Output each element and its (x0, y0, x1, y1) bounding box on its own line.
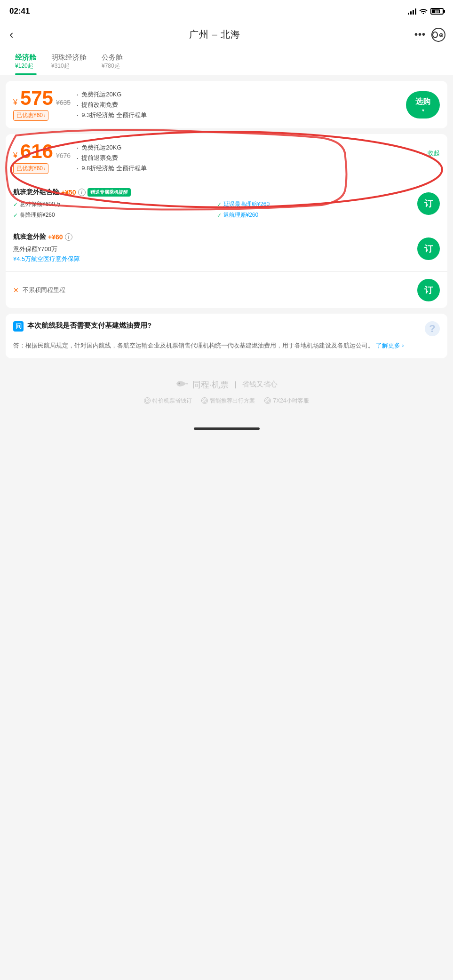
insurance-details-1: ✓ 意外保额¥600万 ✓ 延误最高理赔¥260 ✓ 备降理赔¥260 (13, 200, 417, 219)
home-indicator (0, 420, 453, 437)
collapse-button[interactable]: 收起 (428, 149, 440, 158)
status-time: 02:41 (9, 7, 30, 16)
no-miles-text: 不累积同程里程 (23, 286, 65, 294)
header: ‹ 广州 – 北海 ••• (0, 21, 453, 49)
svg-point-3 (179, 382, 180, 384)
price-amount-2: 616 (20, 142, 53, 161)
check-icon: ✓ (217, 212, 222, 219)
faq-learn-more[interactable]: 了解更多 › (376, 342, 404, 349)
price-original-2: ¥676 (56, 152, 71, 159)
svg-point-5 (203, 399, 207, 403)
back-button[interactable]: ‹ (8, 25, 16, 44)
insurance-line1-2: 意外保额¥700万 (13, 245, 417, 253)
insurance-detail-1-2: ✓ 备降理赔¥260 (13, 211, 214, 219)
faq-section: 问 本次航线我是否需要支付基建燃油费用? ? 答：根据民航局规定，针对国内航线，… (6, 314, 447, 358)
subscribe-btn-2[interactable]: 订 (417, 237, 440, 260)
insurance-item-1: 航班意外组合险 +¥50 i 赠送专属乘机提醒 ✓ 意外保额¥600万 (6, 182, 447, 226)
price-currency-1: ¥ (13, 98, 17, 107)
status-bar: 02:41 80 (0, 0, 453, 21)
collapse-icon[interactable]: ↑ (437, 159, 440, 166)
footer-branding: 同程·机票 | 省钱又省心 特价机票省钱订 (6, 364, 447, 414)
footer-slogan: 省钱又省心 (242, 380, 278, 389)
feature-1-2: 9.3折经济舱 全额行程单 (76, 110, 400, 120)
discount-badge-1: 已优惠¥60 › (13, 110, 48, 121)
footer-feature-2: 7X24小时客服 (264, 397, 309, 405)
gift-badge-1: 赠送专属乘机提醒 (87, 188, 131, 197)
page-title: 广州 – 北海 (189, 28, 240, 41)
tab-business-price: ¥780起 (102, 62, 123, 70)
faq-question-text: 本次航线我是否需要支付基建燃油费用? (27, 321, 421, 330)
check-circle-icon (202, 398, 207, 403)
insurance-line2-2: ¥4.5万航空医疗意外保障 (13, 255, 417, 263)
insurance-section: 航班意外组合险 +¥50 i 赠送专属乘机提醒 ✓ 意外保额¥600万 (6, 182, 447, 308)
camera-button[interactable] (431, 28, 445, 42)
signal-icon (408, 8, 416, 15)
tab-economy-label: 经济舱 (15, 53, 36, 62)
battery-icon: 80 (430, 8, 444, 15)
price-amount-1: 575 (20, 88, 53, 108)
svg-point-6 (266, 399, 270, 403)
price-original-1: ¥635 (56, 99, 71, 106)
faq-question-icon: 问 (13, 321, 24, 332)
insurance-info-icon-1[interactable]: i (78, 189, 86, 196)
check-icon: ✓ (13, 212, 18, 219)
price-left-1: ¥ 575 ¥635 已优惠¥60 › (13, 88, 71, 121)
svg-point-4 (145, 399, 149, 403)
price-main-1: ¥ 575 ¥635 (13, 88, 71, 108)
price-features-1: 免费托运20KG 提前改期免费 9.3折经济舱 全额行程单 (71, 89, 406, 120)
price-features-2: 免费托运20KG 提前退票免费 9.8折经济舱 全额行程单 (71, 142, 428, 174)
feature-2-2: 9.8折经济舱 全额行程单 (76, 163, 422, 174)
check-icon: ✓ (217, 201, 222, 208)
tab-pearl-economy[interactable]: 明珠经济舱 ¥310起 (44, 49, 94, 75)
feature-2-1: 提前退票免费 (76, 153, 422, 163)
tab-pearl-label: 明珠经济舱 (51, 53, 87, 62)
footer-logo-icon (175, 378, 189, 391)
footer-features: 特价机票省钱订 智能推荐出行方案 7X24小时客 (15, 397, 438, 405)
subscribe-btn-3[interactable]: 订 (417, 279, 440, 301)
status-icons: 80 (408, 8, 444, 16)
tab-pearl-price: ¥310起 (51, 62, 87, 70)
subscribe-btn-1[interactable]: 订 (417, 192, 440, 215)
tab-business[interactable]: 公务舱 ¥780起 (94, 49, 130, 75)
no-miles-section: ✕ 不累积同程里程 订 (6, 272, 447, 308)
footer-feature-0: 特价机票省钱订 (144, 397, 192, 405)
price-main-2: ¥ 616 ¥676 (13, 142, 71, 161)
tab-economy[interactable]: 经济舱 ¥120起 (8, 49, 44, 75)
insurance-title-2: 航班意外险 +¥60 i (13, 233, 72, 241)
tab-economy-price: ¥120起 (15, 62, 36, 70)
camera-icon (438, 32, 445, 38)
insurance-price-2: +¥60 (48, 233, 63, 241)
insurance-info-icon-2[interactable]: i (65, 233, 72, 241)
footer-logo-text: 同程·机票 (192, 379, 229, 390)
price-left-2: ¥ 616 ¥676 已优惠¥60 › (13, 142, 71, 174)
footer-divider: | (234, 380, 236, 389)
price-currency-2: ¥ (13, 151, 17, 160)
check-circle-icon (145, 398, 150, 403)
tab-business-label: 公务舱 (102, 53, 123, 62)
more-button[interactable]: ••• (414, 29, 426, 40)
faq-question: 问 本次航线我是否需要支付基建燃油费用? ? (13, 321, 440, 336)
svg-point-1 (441, 34, 442, 36)
footer-feature-1: 智能推荐出行方案 (201, 397, 255, 405)
insurance-detail-1-3: ✓ 返航理赔¥260 (217, 211, 418, 219)
fish-icon (175, 379, 189, 388)
feature-1-1: 提前改期免费 (76, 100, 400, 110)
insurance-price-1: +¥50 (61, 189, 76, 196)
feature-2-0: 免费托运20KG (76, 142, 422, 153)
check-icon: ✓ (13, 201, 18, 208)
home-bar (194, 427, 260, 430)
footer-logo: 同程·机票 | 省钱又省心 (15, 378, 438, 391)
x-icon: ✕ (13, 286, 19, 294)
insurance-title-1: 航班意外组合险 +¥50 i 赠送专属乘机提醒 (13, 188, 131, 197)
faq-num-icon: ? (425, 321, 440, 336)
discount-badge-2: 已优惠¥60 › (13, 163, 48, 174)
faq-answer: 答：根据民航局规定，针对国内航线，各航空运输企业及机票销售代理机构统一代收基建燃… (13, 341, 440, 351)
insurance-detail-1-1: ✓ 延误最高理赔¥260 (217, 200, 418, 208)
header-actions: ••• (414, 28, 445, 42)
cabin-tabs: 经济舱 ¥120起 明珠经济舱 ¥310起 公务舱 ¥780起 (0, 49, 453, 75)
buy-button-1[interactable]: 选购 ▾ (406, 91, 440, 119)
wifi-icon (419, 8, 428, 16)
insurance-item-2: 航班意外险 +¥60 i 意外保额¥700万 ¥4.5万航空医疗意外保障 订 (6, 226, 447, 272)
main-content: ¥ 575 ¥635 已优惠¥60 › 免费托运20KG 提前改期免费 9.3折… (0, 75, 453, 420)
check-circle-icon (265, 398, 270, 403)
